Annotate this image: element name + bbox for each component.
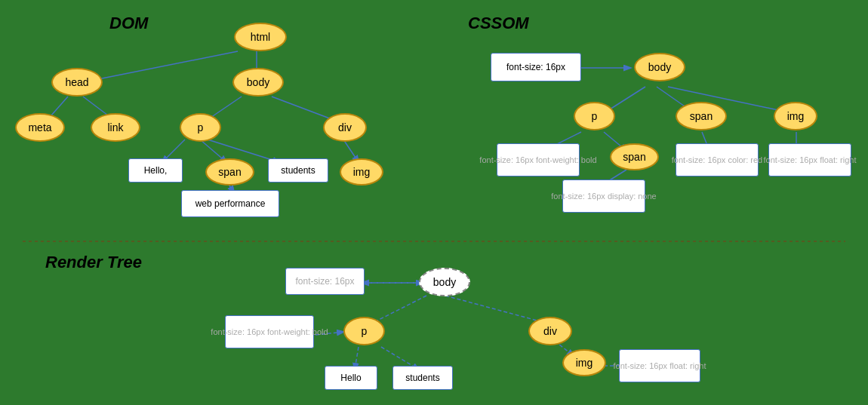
cssom-font16-p: font-size: 16px font-weight: bold: [497, 143, 580, 176]
dom-html-node: html: [234, 23, 287, 51]
rt-font16-body: font-size: 16px: [285, 268, 365, 295]
dom-head-node: head: [51, 68, 103, 97]
rt-hello-node: Hello: [325, 366, 377, 390]
cssom-img-node: img: [774, 102, 817, 130]
render-tree-title: Render Tree: [45, 253, 142, 272]
rt-img-node: img: [562, 349, 606, 376]
rt-p-node: p: [343, 317, 385, 345]
dom-p-node: p: [180, 113, 221, 142]
dom-img-node: img: [340, 158, 383, 186]
rt-students-node: students: [392, 366, 453, 390]
svg-line-0: [87, 51, 238, 81]
cssom-font16-img: font-size: 16px float: right: [768, 143, 851, 176]
cssom-span-node: span: [676, 102, 727, 130]
dom-body-node: body: [232, 68, 284, 97]
dom-web-performance-node: web performance: [181, 190, 279, 217]
dom-div-node: div: [323, 113, 367, 142]
cssom-title: CSSOM: [468, 14, 529, 33]
dom-span-node: span: [205, 158, 254, 186]
dom-students-node: students: [268, 158, 328, 183]
cssom-font16-span: font-size: 16px color: red: [676, 143, 759, 176]
cssom-body-node: body: [634, 53, 685, 81]
rt-font16-img: font-size: 16px float: right: [619, 349, 700, 382]
dom-meta-node: meta: [15, 113, 65, 142]
rt-body-node: body: [419, 268, 470, 296]
rt-div-node: div: [528, 317, 572, 345]
cssom-span-child-node: span: [610, 143, 659, 170]
dom-link-node: link: [91, 113, 140, 142]
dom-title: DOM: [109, 14, 148, 33]
cssom-p-node: p: [574, 102, 615, 130]
cssom-font16-span-child: font-size: 16px display: none: [562, 179, 645, 213]
dom-hello-node: Hello,: [128, 158, 183, 183]
rt-font16-p: font-size: 16px font-weight: bold: [225, 315, 314, 348]
cssom-font16-top: font-size: 16px: [491, 53, 581, 81]
